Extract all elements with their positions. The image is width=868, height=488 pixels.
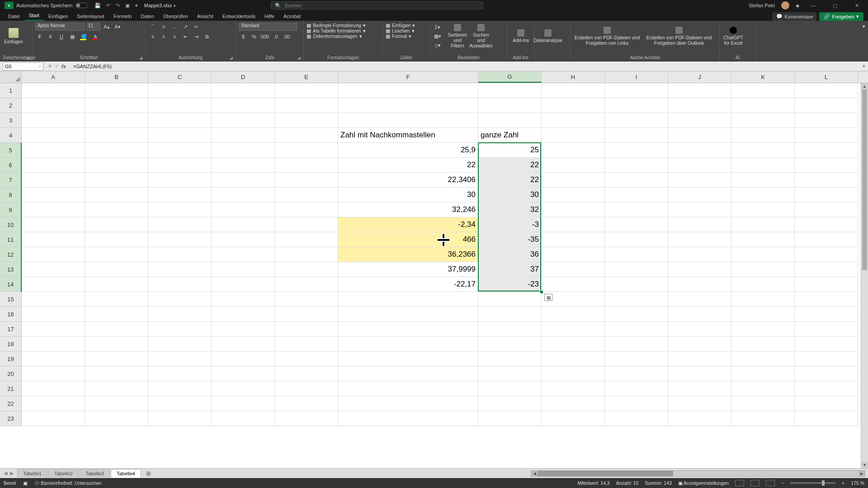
cell[interactable] <box>212 83 275 98</box>
cell[interactable] <box>478 83 542 98</box>
cell[interactable] <box>478 381 542 396</box>
scroll-down-icon[interactable]: ▼ <box>861 462 868 468</box>
cell[interactable] <box>668 411 731 426</box>
tab-data[interactable]: Daten <box>136 12 158 21</box>
column-header[interactable]: F <box>338 71 478 83</box>
cell[interactable] <box>542 143 605 158</box>
bold-button[interactable]: F <box>35 33 44 41</box>
cell[interactable] <box>795 83 858 98</box>
cell[interactable] <box>85 381 148 396</box>
cell[interactable] <box>478 307 542 322</box>
cell[interactable] <box>148 307 212 322</box>
cell[interactable] <box>668 337 731 352</box>
cell[interactable] <box>148 322 212 337</box>
row-header[interactable]: 3 <box>0 113 22 128</box>
cell[interactable] <box>542 217 605 232</box>
cell[interactable] <box>22 307 85 322</box>
dialog-launcher-icon[interactable]: ◢ <box>26 56 29 60</box>
zoom-in-icon[interactable]: + <box>842 480 844 486</box>
cell[interactable] <box>148 173 212 188</box>
tab-insert[interactable]: Einfügen <box>44 12 72 21</box>
align-center-icon[interactable]: ≡ <box>159 33 168 41</box>
cell[interactable] <box>478 337 542 352</box>
cell[interactable] <box>731 128 795 143</box>
user-name[interactable]: Stefan Petri <box>749 3 775 8</box>
paste-button[interactable]: Einfügen <box>3 23 24 50</box>
font-size-combo[interactable]: 11 <box>87 23 100 31</box>
cell[interactable] <box>275 247 338 262</box>
cell[interactable] <box>338 322 478 337</box>
cell[interactable] <box>668 322 731 337</box>
cell[interactable] <box>212 411 275 426</box>
formula-input[interactable]: =GANZZAHL(F5) <box>73 64 860 69</box>
cell[interactable] <box>731 98 795 113</box>
cell[interactable] <box>338 292 478 307</box>
cell[interactable] <box>275 98 338 113</box>
autosave-toggle[interactable]: Automatisches Speichern <box>16 3 88 8</box>
cell[interactable] <box>22 366 85 381</box>
cell[interactable] <box>22 396 85 411</box>
cell[interactable] <box>795 232 858 247</box>
row-header[interactable]: 16 <box>0 307 22 322</box>
addins-button[interactable]: Add-Ins <box>510 23 532 50</box>
document-name[interactable]: Mappe3.xlsx ▾ <box>144 3 176 8</box>
scrollbar-thumb[interactable] <box>538 471 673 476</box>
cell[interactable] <box>795 98 858 113</box>
fill-handle[interactable] <box>540 290 543 294</box>
cell[interactable] <box>795 322 858 337</box>
cell[interactable] <box>605 143 668 158</box>
cell[interactable] <box>338 98 478 113</box>
cell[interactable] <box>605 202 668 217</box>
cell[interactable] <box>22 277 85 292</box>
cell[interactable] <box>212 322 275 337</box>
row-header[interactable]: 18 <box>0 337 22 352</box>
cell[interactable] <box>212 307 275 322</box>
cell[interactable] <box>148 262 212 277</box>
cell[interactable] <box>605 83 668 98</box>
cell[interactable] <box>605 128 668 143</box>
cell[interactable] <box>148 217 212 232</box>
cell[interactable] <box>795 113 858 128</box>
align-left-icon[interactable]: ≡ <box>148 33 157 41</box>
column-header[interactable]: K <box>731 71 795 83</box>
row-header[interactable]: 11 <box>0 232 22 247</box>
cell[interactable] <box>85 366 148 381</box>
cell[interactable] <box>478 98 542 113</box>
cell[interactable] <box>542 247 605 262</box>
cell[interactable] <box>795 158 858 173</box>
name-box[interactable]: G5▾ <box>3 62 43 70</box>
cell[interactable] <box>85 128 148 143</box>
cell[interactable] <box>212 98 275 113</box>
italic-button[interactable]: K <box>46 33 55 41</box>
cell[interactable]: 36 <box>478 247 542 262</box>
cell[interactable] <box>731 232 795 247</box>
align-middle-icon[interactable]: ≡ <box>159 23 168 31</box>
row-header[interactable]: 9 <box>0 202 22 217</box>
align-right-icon[interactable]: ≡ <box>170 33 179 41</box>
cell[interactable] <box>22 98 85 113</box>
row-header[interactable]: 19 <box>0 352 22 366</box>
select-all-button[interactable] <box>0 71 22 83</box>
diamond-icon[interactable]: ◈ <box>796 3 799 9</box>
cell[interactable] <box>795 188 858 202</box>
cell[interactable] <box>338 307 478 322</box>
cell[interactable] <box>605 307 668 322</box>
cell[interactable] <box>731 322 795 337</box>
cell[interactable] <box>212 381 275 396</box>
camera-icon[interactable]: ▣ <box>125 3 130 9</box>
cell[interactable] <box>148 128 212 143</box>
cell[interactable] <box>85 396 148 411</box>
cell[interactable] <box>605 322 668 337</box>
format-cells-button[interactable]: ▦ Format ▾ <box>386 33 427 39</box>
cell[interactable] <box>542 98 605 113</box>
vertical-scrollbar[interactable]: ▲ ▼ <box>861 83 868 468</box>
cell[interactable] <box>212 366 275 381</box>
cell[interactable] <box>668 262 731 277</box>
cell[interactable] <box>212 337 275 352</box>
cell[interactable] <box>605 381 668 396</box>
merge-center-icon[interactable]: ⧉ <box>203 33 212 41</box>
cell[interactable] <box>605 98 668 113</box>
normal-view-icon[interactable] <box>735 480 744 486</box>
cell[interactable] <box>605 217 668 232</box>
scroll-right-icon[interactable]: ▶ <box>859 471 865 476</box>
